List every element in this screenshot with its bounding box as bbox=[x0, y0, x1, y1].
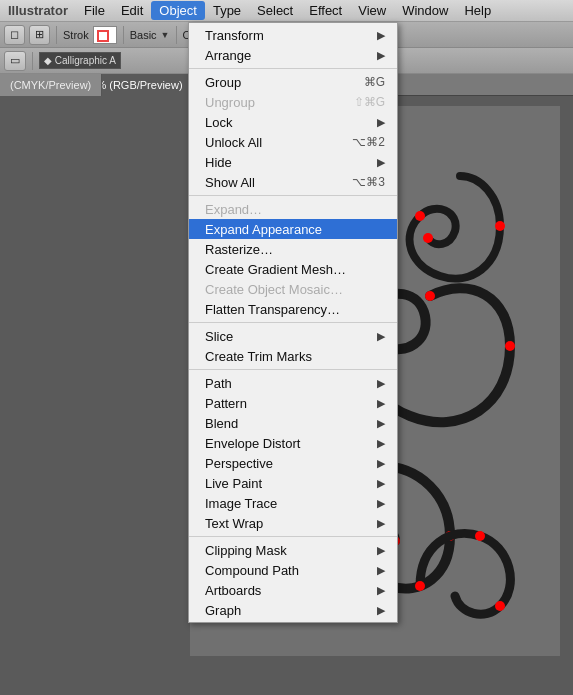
menu-help[interactable]: Help bbox=[456, 1, 499, 20]
toolbar-btn-1[interactable]: ◻ bbox=[4, 25, 25, 45]
arrow-transform: ▶ bbox=[377, 29, 385, 42]
menu-item-group[interactable]: Group ⌘G bbox=[189, 72, 397, 92]
menu-item-clipping-mask[interactable]: Clipping Mask ▶ bbox=[189, 540, 397, 560]
menu-item-slice[interactable]: Slice ▶ bbox=[189, 326, 397, 346]
svg-point-3 bbox=[415, 211, 425, 221]
menu-object[interactable]: Object bbox=[151, 1, 205, 20]
menu-view[interactable]: View bbox=[350, 1, 394, 20]
menu-item-ungroup[interactable]: Ungroup ⇧⌘G bbox=[189, 92, 397, 112]
svg-point-14 bbox=[475, 531, 485, 541]
menu-item-lock[interactable]: Lock ▶ bbox=[189, 112, 397, 132]
calligraphic-indicator: ◆ Calligraphic A bbox=[39, 52, 121, 69]
toolbar-btn-2[interactable]: ⊞ bbox=[29, 25, 50, 45]
app-logo: Illustrator bbox=[0, 1, 76, 20]
svg-point-13 bbox=[415, 581, 425, 591]
arrow-slice: ▶ bbox=[377, 330, 385, 343]
sep-2 bbox=[189, 195, 397, 196]
menu-item-artboards[interactable]: Artboards ▶ bbox=[189, 580, 397, 600]
menu-item-unlock-all[interactable]: Unlock All ⌥⌘2 bbox=[189, 132, 397, 152]
menu-effect[interactable]: Effect bbox=[301, 1, 350, 20]
sep-3 bbox=[189, 322, 397, 323]
svg-point-4 bbox=[423, 233, 433, 243]
svg-point-2 bbox=[495, 221, 505, 231]
arrow-text-wrap: ▶ bbox=[377, 517, 385, 530]
svg-point-6 bbox=[425, 291, 435, 301]
sep-4 bbox=[189, 369, 397, 370]
menu-item-hide[interactable]: Hide ▶ bbox=[189, 152, 397, 172]
menu-item-arrange[interactable]: Arrange ▶ bbox=[189, 45, 397, 65]
menu-item-graph[interactable]: Graph ▶ bbox=[189, 600, 397, 620]
stroke-box-inner bbox=[97, 30, 109, 42]
menu-item-rasterize[interactable]: Rasterize… bbox=[189, 239, 397, 259]
menu-window[interactable]: Window bbox=[394, 1, 456, 20]
arrow-image-trace: ▶ bbox=[377, 497, 385, 510]
toolbar-sep-1 bbox=[56, 26, 57, 44]
menu-type[interactable]: Type bbox=[205, 1, 249, 20]
sep-5 bbox=[189, 536, 397, 537]
menu-item-trim-marks[interactable]: Create Trim Marks bbox=[189, 346, 397, 366]
menu-item-envelope-distort[interactable]: Envelope Distort ▶ bbox=[189, 433, 397, 453]
stroke-label: Strok bbox=[63, 29, 89, 41]
arrow-path: ▶ bbox=[377, 377, 385, 390]
toolbar-sep-4 bbox=[32, 52, 33, 70]
menu-item-text-wrap[interactable]: Text Wrap ▶ bbox=[189, 513, 397, 533]
menu-item-flatten[interactable]: Flatten Transparency… bbox=[189, 299, 397, 319]
arrow-envelope: ▶ bbox=[377, 437, 385, 450]
menu-item-gradient-mesh[interactable]: Create Gradient Mesh… bbox=[189, 259, 397, 279]
stroke-indicator bbox=[93, 26, 117, 44]
menu-item-transform[interactable]: Transform ▶ bbox=[189, 25, 397, 45]
arrow-artboards: ▶ bbox=[377, 584, 385, 597]
menu-item-expand-appearance[interactable]: Expand Appearance bbox=[189, 219, 397, 239]
menu-item-blend[interactable]: Blend ▶ bbox=[189, 413, 397, 433]
arrow-blend: ▶ bbox=[377, 417, 385, 430]
svg-point-5 bbox=[505, 341, 515, 351]
toolbar-sep-3 bbox=[176, 26, 177, 44]
menu-item-image-trace[interactable]: Image Trace ▶ bbox=[189, 493, 397, 513]
arrow-compound-path: ▶ bbox=[377, 564, 385, 577]
basic-label: Basic bbox=[130, 29, 157, 41]
canvas-tab-2[interactable]: (CMYK/Preview) bbox=[0, 74, 102, 96]
menu-item-pattern[interactable]: Pattern ▶ bbox=[189, 393, 397, 413]
menu-item-object-mosaic[interactable]: Create Object Mosaic… bbox=[189, 279, 397, 299]
menu-item-compound-path[interactable]: Compound Path ▶ bbox=[189, 560, 397, 580]
menu-item-live-paint[interactable]: Live Paint ▶ bbox=[189, 473, 397, 493]
arrow-pattern: ▶ bbox=[377, 397, 385, 410]
menu-bar: Illustrator File Edit Object Type Select… bbox=[0, 0, 573, 22]
toolbar-btn-stroke[interactable]: ▭ bbox=[4, 51, 26, 71]
menu-item-show-all[interactable]: Show All ⌥⌘3 bbox=[189, 172, 397, 192]
toolbar-sep-2 bbox=[123, 26, 124, 44]
arrow-hide: ▶ bbox=[377, 156, 385, 169]
menu-file[interactable]: File bbox=[76, 1, 113, 20]
object-menu: Transform ▶ Arrange ▶ Group ⌘G Ungroup ⇧… bbox=[188, 22, 398, 623]
menu-item-expand[interactable]: Expand… bbox=[189, 199, 397, 219]
arrow-arrange: ▶ bbox=[377, 49, 385, 62]
arrow-live-paint: ▶ bbox=[377, 477, 385, 490]
menu-item-perspective[interactable]: Perspective ▶ bbox=[189, 453, 397, 473]
canvas-left-panel bbox=[0, 96, 180, 695]
stroke-mini-icon: ▭ bbox=[10, 54, 20, 67]
menu-item-path[interactable]: Path ▶ bbox=[189, 373, 397, 393]
arrow-perspective: ▶ bbox=[377, 457, 385, 470]
btn-icon-1: ◻ bbox=[10, 28, 19, 41]
svg-point-15 bbox=[495, 601, 505, 611]
stroke-box[interactable] bbox=[93, 26, 117, 44]
menu-edit[interactable]: Edit bbox=[113, 1, 151, 20]
sep-1 bbox=[189, 68, 397, 69]
arrow-clipping-mask: ▶ bbox=[377, 544, 385, 557]
menu-select[interactable]: Select bbox=[249, 1, 301, 20]
arrow-graph: ▶ bbox=[377, 604, 385, 617]
btn-icon-2: ⊞ bbox=[35, 28, 44, 41]
arrow-lock: ▶ bbox=[377, 116, 385, 129]
dropdown-arrow-basic[interactable]: ▼ bbox=[161, 30, 170, 40]
